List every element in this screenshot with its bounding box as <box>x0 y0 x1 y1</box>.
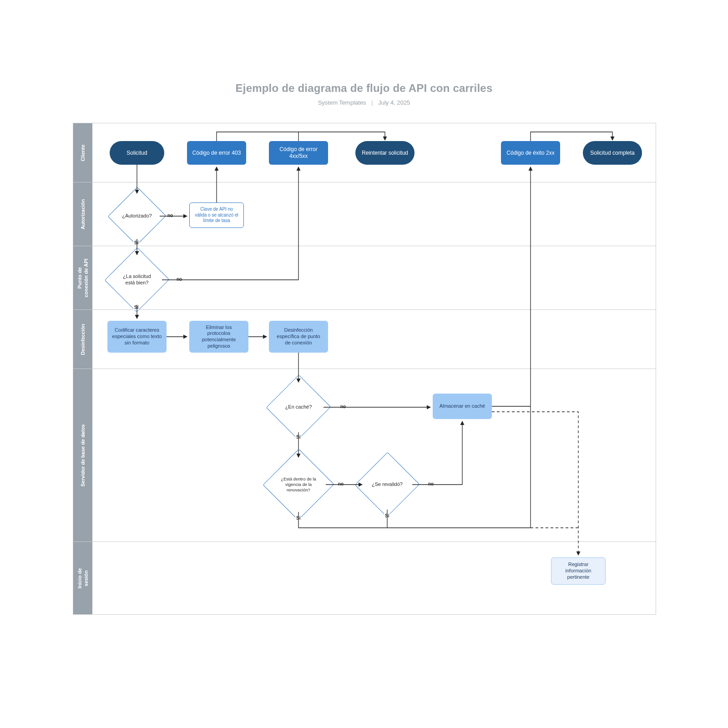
node-label: Reintentar solicitud <box>362 150 408 157</box>
node-authorized-decision[interactable]: ¿Autorizado? <box>116 196 157 237</box>
lane-label: Cliente <box>80 144 86 161</box>
edge-label-no: no <box>337 481 344 486</box>
swimlane-canvas: Cliente Autorización Punto de conexión d… <box>73 123 656 615</box>
node-within-renewal-decision[interactable]: ¿Está dentro de la vigencia de la renova… <box>273 460 324 510</box>
node-store-cache[interactable]: Almacenar en caché <box>433 394 492 419</box>
node-label: Solicitud <box>126 150 147 157</box>
edge-label-yes: Sí <box>384 513 390 518</box>
node-label: Código de éxito 2xx <box>506 150 554 157</box>
node-request-complete[interactable]: Solicitud completa <box>583 141 642 165</box>
node-error-4xx-5xx[interactable]: Código de error 4xx/5xx <box>269 141 328 165</box>
edge-label-yes: Sí <box>133 240 139 245</box>
node-label: Almacenar en caché <box>440 403 485 410</box>
node-label: Desinfección específica de punto de cone… <box>273 327 324 346</box>
node-label: Clave de API no válida o se alcanzó el l… <box>194 207 239 224</box>
node-label: Solicitud completa <box>590 150 634 157</box>
lane-label: Autorización <box>80 199 86 229</box>
edge-label-no: no <box>339 404 347 409</box>
lane-label: Servidor de base de datos <box>80 424 86 486</box>
edge-label-no: no <box>167 213 174 218</box>
node-request[interactable]: Solicitud <box>110 141 164 165</box>
edge-label-yes: Sí <box>295 516 301 521</box>
title-block: Ejemplo de diagrama de flujo de API con … <box>0 82 728 106</box>
edge-label-yes: Sí <box>295 435 301 440</box>
node-revalidated-decision[interactable]: ¿Se revalidó? <box>364 462 410 507</box>
node-label: Código de error 4xx/5xx <box>273 146 324 160</box>
edge-label-yes: Sí <box>133 305 139 310</box>
node-strip-protocols[interactable]: Eliminar los protocolos potencialmente p… <box>189 321 248 353</box>
node-label: ¿Se revalidó? <box>364 481 410 488</box>
edge-label-no: no <box>176 277 183 282</box>
node-label: Eliminar los protocolos potencialmente p… <box>194 324 244 349</box>
diagram-title: Ejemplo de diagrama de flujo de API con … <box>0 82 728 95</box>
diagram-subtitle: System Templates | July 4, 2025 <box>0 99 728 106</box>
node-cached-decision[interactable]: ¿En caché? <box>276 384 321 430</box>
node-label: ¿Está dentro de la vigencia de la renova… <box>273 476 324 493</box>
node-label: Registrar información pertinente <box>556 561 601 580</box>
date-label: July 4, 2025 <box>378 99 410 106</box>
node-label: ¿En caché? <box>276 404 321 410</box>
node-label: Código de error 403 <box>192 150 241 157</box>
author-label: System Templates <box>318 99 366 106</box>
node-log-info[interactable]: Registrar información pertinente <box>551 557 606 585</box>
node-retry-request[interactable]: Reintentar solicitud <box>355 141 415 165</box>
lane-label: Desinfección <box>80 324 86 354</box>
edge-label-no: no <box>427 481 435 486</box>
node-encode-chars[interactable]: Codificar caracteres especiales como tex… <box>107 321 167 353</box>
node-request-ok-decision[interactable]: ¿La solicitud está bien? <box>114 257 160 303</box>
node-success-2xx[interactable]: Código de éxito 2xx <box>501 141 560 165</box>
node-error-403[interactable]: Código de error 403 <box>187 141 246 165</box>
separator-icon: | <box>371 99 373 106</box>
node-endpoint-sanitize[interactable]: Desinfección específica de punto de cone… <box>269 321 328 353</box>
node-label: ¿La solicitud está bien? <box>114 273 160 286</box>
node-api-key-info[interactable]: Clave de API no válida o se alcanzó el l… <box>189 202 244 228</box>
lane-label: Punto de conexión de API <box>76 258 90 297</box>
node-label: Codificar caracteres especiales como tex… <box>112 327 162 346</box>
node-label: ¿Autorizado? <box>116 213 157 219</box>
lane-label: Inicio de sesión <box>76 568 90 588</box>
lane-db: Servidor de base de datos <box>73 369 656 541</box>
